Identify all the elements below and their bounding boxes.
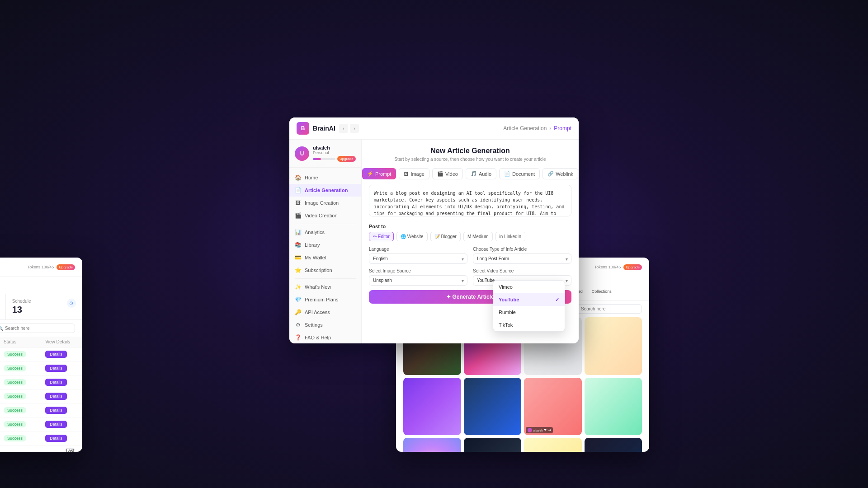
details-button[interactable]: Details	[45, 351, 67, 358]
details-button[interactable]: Details	[45, 435, 67, 442]
articles-header: B BrainAI Library › Your Articles Tokens…	[0, 258, 82, 277]
library-search-input[interactable]	[581, 306, 638, 311]
image-source-select-wrapper: Unsplash	[369, 275, 467, 286]
prompt-input[interactable]: Write a blog post on designing an AI too…	[369, 185, 571, 216]
img-4[interactable]	[585, 317, 642, 375]
left-upgrade-button[interactable]: Upgrade	[57, 264, 75, 270]
img-11[interactable]	[524, 438, 582, 452]
sidebar-divider-2	[295, 278, 356, 279]
post-tab-editor[interactable]: ✏ Editor	[369, 232, 394, 241]
img-8[interactable]	[585, 378, 642, 436]
post-tab-website[interactable]: 🌐 Website	[396, 232, 428, 241]
window-header: B BrainAI ‹ › Article Generation › Promp…	[289, 117, 579, 140]
sidebar-label-subscription: Subscription	[305, 267, 332, 273]
user-role: Personal	[313, 150, 356, 155]
library-icon: 📚	[295, 242, 301, 248]
tokens-row: Upgrade	[313, 156, 356, 162]
lib-tab-collections[interactable]: Collections	[588, 287, 615, 296]
status-badge: Success	[4, 365, 26, 371]
article-type-group: Choose Type of Info Article Long Post Fo…	[473, 247, 571, 264]
user-profile: U ulsaleh Personal Upgrade	[289, 145, 361, 168]
app-name: BrainAI	[313, 125, 335, 132]
post-tab-blogger[interactable]: 📝 Blogger	[430, 232, 461, 241]
cell-details: Details	[38, 375, 82, 389]
image-icon: 🖼	[295, 200, 301, 206]
sidebar-item-article-generation[interactable]: 📄 Article Generation	[289, 184, 361, 197]
cell-status: Success	[0, 432, 38, 446]
source-tab-video[interactable]: 🎬 Video	[432, 168, 463, 179]
details-button[interactable]: Details	[45, 365, 67, 372]
status-badge: Success	[4, 393, 26, 399]
user-info: ulsaleh Personal Upgrade	[313, 145, 356, 162]
sidebar-item-video-creation[interactable]: 🎬 Video Creation	[289, 209, 361, 222]
sidebar-label-analytics: Analytics	[305, 230, 325, 235]
sidebar-item-home[interactable]: 🏠 Home	[289, 171, 361, 184]
sidebar-label-video: Video Creation	[305, 213, 338, 218]
sidebar-item-settings[interactable]: ⚙ Settings	[289, 319, 361, 331]
img-7[interactable]: ulsaleh ❤ 24	[524, 378, 582, 436]
col-status: Status	[0, 337, 38, 347]
details-button[interactable]: Details	[45, 379, 67, 386]
col-details: View Details	[38, 337, 82, 347]
sidebar-item-premium[interactable]: 💎 Premium Plans	[289, 293, 361, 306]
sidebar-label-api: API Access	[305, 310, 330, 315]
cell-status: Success	[0, 361, 38, 375]
language-select[interactable]: English	[369, 253, 467, 264]
image-source-select[interactable]: Unsplash	[369, 275, 467, 286]
img-9[interactable]: A serene and surreal scene depict...	[403, 438, 461, 452]
sidebar-label-premium: Premium Plans	[305, 297, 339, 302]
language-group: Language English	[369, 247, 467, 264]
post-to-section: Post to ✏ Editor 🌐 Website 📝 Blogger M M…	[369, 224, 571, 241]
sidebar-item-subscription[interactable]: ⭐ Subscription	[289, 264, 361, 277]
sidebar-item-analytics[interactable]: 📊 Analytics	[289, 226, 361, 239]
wallet-icon: 💳	[295, 254, 301, 261]
sidebar-label-image: Image Creation	[305, 200, 339, 206]
dropdown-item-tiktok[interactable]: TikTok	[493, 319, 565, 331]
back-button[interactable]: ‹	[339, 124, 348, 133]
source-tab-image[interactable]: 🖼 Image	[399, 168, 429, 179]
post-tab-linkedin[interactable]: in LinkedIn	[495, 232, 525, 241]
details-button[interactable]: Details	[45, 421, 67, 428]
article-type-select[interactable]: Long Post Form	[473, 253, 571, 264]
sidebar-item-faq[interactable]: ❓ FAQ & Help	[289, 331, 361, 343]
details-button[interactable]: Details	[45, 407, 67, 414]
sidebar-item-api[interactable]: 🔑 API Access	[289, 306, 361, 319]
sidebar-item-image-creation[interactable]: 🖼 Image Creation	[289, 197, 361, 209]
cell-details: Details	[38, 389, 82, 404]
nav-arrows: ‹ ›	[339, 124, 359, 133]
upgrade-button[interactable]: Upgrade	[337, 156, 356, 162]
dropdown-item-vimeo[interactable]: Vimeo	[493, 281, 565, 293]
dropdown-item-rumble[interactable]: Rumble	[493, 306, 565, 319]
source-tab-prompt[interactable]: ⚡ Prompt	[362, 168, 396, 179]
dropdown-item-youtube[interactable]: YouTube	[493, 293, 565, 306]
api-icon: 🔑	[295, 309, 301, 315]
source-tab-document[interactable]: 📄 Document	[499, 168, 540, 179]
img-5[interactable]	[403, 378, 461, 436]
user-name: ulsaleh	[313, 145, 356, 150]
source-tab-weblink[interactable]: 🔗 Weblink	[542, 168, 578, 179]
right-upgrade-button[interactable]: Upgrade	[623, 264, 642, 270]
premium-icon: 💎	[295, 296, 301, 303]
sidebar-label-faq: FAQ & Help	[305, 335, 331, 340]
stat-schedule-value: 13	[12, 305, 31, 315]
stats-row: Total Article 67 ✦ Published 49 ◆ Draft …	[0, 294, 82, 320]
sidebar-item-library[interactable]: 📚 Library	[289, 239, 361, 251]
source-tab-audio[interactable]: 🎵 Audio	[466, 168, 496, 179]
table-search-input[interactable]	[5, 326, 71, 331]
sidebar-label-library: Library	[305, 242, 320, 248]
img-12[interactable]	[585, 438, 642, 452]
forward-button[interactable]: ›	[350, 124, 359, 133]
avatar: U	[295, 146, 309, 161]
img-6[interactable]	[464, 378, 522, 436]
post-tab-medium[interactable]: M Medium	[463, 232, 493, 241]
details-button[interactable]: Details	[45, 393, 67, 400]
sidebar-item-whats-new[interactable]: ✨ What's New	[289, 281, 361, 293]
last-page-button[interactable]: Last »	[65, 448, 75, 452]
sidebar-item-wallet[interactable]: 💳 My Wallet	[289, 251, 361, 264]
video-source-label: Select Video Source	[473, 268, 571, 273]
img-10[interactable]	[464, 438, 522, 452]
post-to-label: Post to	[369, 224, 571, 229]
home-icon: 🏠	[295, 174, 301, 181]
table-row: 10:14 PM, 03 Nov 24 Audio to Article Top…	[0, 404, 82, 418]
cell-status: Success	[0, 389, 38, 404]
